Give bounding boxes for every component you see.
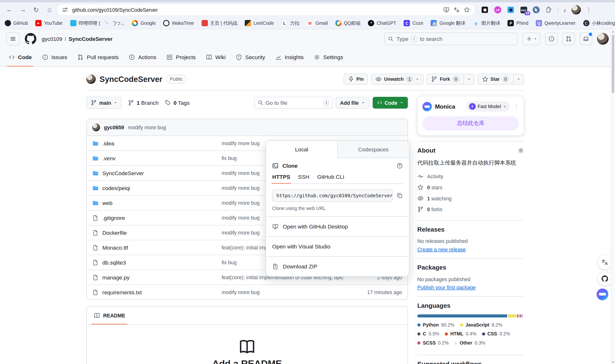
file-name[interactable]: .gitignore	[102, 215, 125, 221]
bookmark-item[interactable]: y图片翻译	[473, 20, 500, 26]
scrollbar-down-arrow[interactable]: ▼	[611, 359, 615, 364]
file-name[interactable]: manage.py	[102, 274, 130, 280]
star-dropdown-button[interactable]	[513, 74, 524, 85]
bookmark-item[interactable]: *ChatGPT	[368, 20, 396, 26]
file-name[interactable]: requirements.txt	[102, 289, 142, 295]
file-name-cell[interactable]: requirements.txt	[92, 289, 221, 295]
publish-package-link[interactable]: Publish your first package	[417, 285, 476, 290]
browser-menu-icon[interactable]: ⋮	[586, 6, 591, 13]
tab-actions[interactable]: Actions	[126, 48, 160, 66]
go-to-file-input[interactable]: Go to file t	[254, 97, 333, 109]
github-logo-icon[interactable]	[24, 32, 37, 45]
file-name-cell[interactable]: .venv	[92, 155, 221, 161]
pull-requests-dashboard-button[interactable]	[562, 32, 575, 45]
commit-author[interactable]: gyc0659	[104, 124, 124, 130]
file-name[interactable]: Dockerfile	[102, 229, 127, 236]
open-visual-studio-item[interactable]: Open with Visual Studio	[272, 237, 403, 256]
monica-menu-icon[interactable]: ⋮	[514, 104, 519, 109]
unwatch-button[interactable]: Unwatch 1	[371, 74, 424, 85]
bookmark-item[interactable]: C小林coding	[583, 20, 615, 26]
create-release-link[interactable]: Create a new release	[417, 247, 466, 252]
monica-model-selector[interactable]: Fast Model	[466, 101, 510, 112]
extension-blue-frame-icon[interactable]	[507, 6, 515, 14]
file-name-cell[interactable]: Dockerfile	[92, 229, 221, 236]
scrollbar-thumb[interactable]	[612, 35, 614, 93]
extension-lr-icon[interactable]: LR	[494, 6, 502, 14]
tab-pull-requests[interactable]: Pull requests	[74, 48, 122, 66]
notifications-inbox-button[interactable]	[580, 32, 592, 45]
bookmark-star-icon[interactable]	[464, 7, 470, 13]
browser-profile-avatar[interactable]	[571, 5, 581, 14]
user-avatar[interactable]	[597, 33, 609, 45]
bookmark-item[interactable]: QQ邮箱	[335, 20, 361, 26]
branch-selector-button[interactable]: main	[86, 97, 122, 109]
about-meta-forks[interactable]: 0 forks	[417, 204, 524, 215]
file-name[interactable]: .idea	[102, 140, 114, 146]
tab-codespaces[interactable]: Codespaces	[337, 141, 409, 158]
bookmark-item[interactable]: AGoogle 翻译	[431, 20, 466, 26]
commit-author-avatar[interactable]	[92, 123, 100, 131]
page-title[interactable]: SyncCodeServer	[100, 75, 162, 84]
file-name[interactable]: SyncCodeServer	[102, 170, 144, 176]
about-meta-stars[interactable]: 0 stars	[417, 182, 524, 193]
about-meta-watching[interactable]: 1 watching	[417, 193, 524, 204]
about-settings-gear-icon[interactable]	[518, 147, 524, 154]
tab-wiki[interactable]: Wiki	[203, 48, 229, 66]
forward-icon[interactable]: →	[17, 4, 28, 15]
extension-cursor-icon[interactable]	[533, 6, 539, 13]
clone-url-input[interactable]: https://github.com/gyc0109/SyncCodeServe…	[272, 189, 393, 202]
monica-summarize-button[interactable]: 总结此仓库	[422, 117, 519, 131]
file-name[interactable]: codes/peiqi	[102, 185, 130, 191]
language-legend-item[interactable]: SCSS0.2%	[417, 340, 449, 346]
clone-tab-https[interactable]: HTTPS	[272, 174, 290, 183]
side-tool-translate-button[interactable]	[598, 255, 612, 269]
bookmark-item[interactable]: GitHub	[5, 20, 28, 26]
bookmark-item[interactable]: 哔哩哔哩 ( ゜- ゜)つ...	[70, 20, 124, 26]
create-new-button[interactable]	[522, 32, 540, 45]
tab-settings[interactable]: Settings	[311, 48, 346, 66]
bookmark-item[interactable]: CCoze	[404, 20, 423, 26]
site-info-icon[interactable]	[62, 7, 68, 13]
address-bar[interactable]: github.com/gyc0109/SyncCodeServer	[57, 4, 475, 15]
bookmark-item[interactable]: MGmail	[307, 20, 328, 26]
fork-dropdown-button[interactable]	[464, 74, 474, 85]
install-app-icon[interactable]	[443, 7, 449, 13]
file-name-cell[interactable]: Monaco.ttf	[92, 244, 221, 251]
global-search-input[interactable]: Type / to search	[384, 32, 518, 45]
reload-icon[interactable]: ↻	[30, 4, 41, 15]
tab-code[interactable]: Code	[6, 48, 35, 66]
language-legend-item[interactable]: Python90.2%	[417, 322, 455, 328]
extensions-puzzle-icon[interactable]	[545, 6, 553, 14]
extension-aws-icon[interactable]: aws 14	[520, 6, 528, 14]
bookmark-item[interactable]: L力扣	[281, 20, 299, 26]
hamburger-menu-button[interactable]	[6, 32, 19, 45]
commit-message[interactable]: modify more bug	[128, 124, 166, 130]
copy-icon[interactable]	[396, 193, 403, 199]
file-name-cell[interactable]: web	[92, 200, 221, 206]
file-name[interactable]: web	[102, 200, 112, 206]
repo-owner-avatar[interactable]	[86, 75, 96, 84]
media-control-icon[interactable]: ♪	[563, 6, 566, 13]
clone-tab-ssh[interactable]: SSH	[298, 174, 309, 183]
language-legend-item[interactable]: Other0.3%	[454, 340, 485, 346]
add-file-button[interactable]: Add file	[336, 97, 369, 109]
file-name[interactable]: db.sqlite3	[102, 259, 126, 265]
language-legend-item[interactable]: HTML0.4%	[445, 331, 477, 337]
file-name-cell[interactable]: .gitignore	[92, 215, 221, 221]
bookmark-item[interactable]: 主页 | 代码战	[201, 20, 238, 26]
commit-message-cell[interactable]: modify more bug	[222, 289, 343, 295]
bookmark-item[interactable]: PPhind	[508, 20, 528, 26]
bookmark-item[interactable]: ▶YouTube	[35, 20, 63, 26]
readme-tab[interactable]: README	[94, 307, 125, 325]
tags-link[interactable]: 0 Tags	[165, 100, 190, 106]
file-name-cell[interactable]: codes/peiqi	[92, 185, 221, 191]
side-tool-github-extension-button[interactable]	[598, 272, 612, 286]
bookmark-item[interactable]: Google	[132, 20, 156, 26]
code-button[interactable]: Code	[373, 97, 408, 109]
bookmark-item[interactable]: QQwertyLearner	[536, 20, 575, 26]
monica-floating-button[interactable]	[595, 287, 609, 301]
about-meta-activity[interactable]: Activity	[417, 171, 524, 182]
language-legend-item[interactable]: CSS0.2%	[482, 331, 510, 337]
breadcrumb-repo[interactable]: SyncCodeServer	[68, 36, 112, 42]
extension-dark-frame-icon[interactable]	[481, 6, 489, 14]
